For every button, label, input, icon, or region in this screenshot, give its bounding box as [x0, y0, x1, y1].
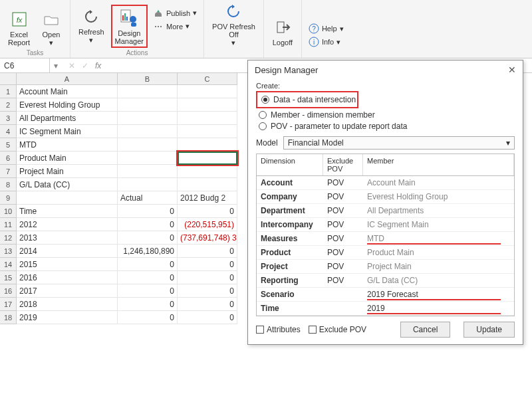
cell[interactable]: (737,691,748) 3 — [178, 231, 237, 245]
cell[interactable]: G/L Data (CC) — [17, 178, 118, 191]
dimension-row[interactable]: Scenario2019 Forecast — [257, 288, 514, 302]
cell[interactable] — [118, 178, 178, 191]
refresh-button[interactable]: Refresh▾ — [74, 5, 108, 45]
cell[interactable]: 2013 — [17, 231, 118, 245]
cell[interactable]: 2012 Budg 2 — [178, 191, 237, 205]
cell[interactable]: 0 — [118, 284, 178, 298]
cell[interactable] — [118, 125, 178, 138]
row-header[interactable]: 14 — [0, 258, 17, 271]
dimension-row[interactable]: Time2019 — [257, 302, 514, 316]
row-header[interactable]: 1 — [0, 85, 17, 98]
pov-refresh-button[interactable]: POV Refresh Off▾ — [208, 0, 259, 48]
cell[interactable] — [118, 152, 178, 165]
fx-icon[interactable]: fx — [95, 61, 101, 70]
row-header[interactable]: 5 — [0, 138, 17, 152]
logoff-button[interactable]: Logoff — [268, 15, 297, 48]
cell[interactable]: Everest Holding Group — [17, 98, 118, 112]
open-button[interactable]: Open▾ — [37, 7, 66, 48]
row-header[interactable]: 11 — [0, 218, 17, 231]
dimension-row[interactable]: DepartmentPOVAll Departments — [257, 204, 514, 218]
attributes-checkbox[interactable]: Attributes — [256, 325, 301, 334]
row-header[interactable]: 12 — [0, 231, 17, 245]
cell[interactable]: Account Main — [17, 85, 118, 98]
row-header[interactable]: 9 — [0, 191, 17, 205]
cell[interactable]: 0 — [118, 258, 178, 271]
info-button[interactable]: i Info ▾ — [306, 36, 346, 48]
col-header-B[interactable]: B — [118, 73, 178, 85]
cell[interactable] — [178, 85, 237, 98]
cell[interactable]: 2019 — [17, 311, 118, 324]
name-box[interactable]: C6 — [0, 58, 50, 72]
cell[interactable]: 2018 — [17, 298, 118, 311]
cell[interactable]: 2012 — [17, 218, 118, 231]
cell[interactable]: 0 — [178, 311, 237, 324]
cell[interactable]: 0 — [178, 284, 237, 298]
row-header[interactable]: 10 — [0, 205, 17, 218]
row-header[interactable]: 18 — [0, 311, 17, 324]
radio-data[interactable]: Data - data intersection — [261, 95, 356, 104]
row-header[interactable]: 3 — [0, 112, 17, 125]
cell[interactable]: 0 — [178, 245, 237, 258]
design-manager-button[interactable]: Design Manager — [111, 5, 148, 48]
row-header[interactable]: 6 — [0, 152, 17, 165]
radio-member[interactable]: Member - dimension member — [259, 110, 515, 120]
row-header[interactable]: 15 — [0, 271, 17, 284]
cell[interactable]: 2017 — [17, 284, 118, 298]
cell[interactable]: 0 — [178, 205, 237, 218]
help-button[interactable]: ? Help ▾ — [306, 23, 346, 35]
cell[interactable] — [118, 165, 178, 178]
cell[interactable] — [178, 138, 237, 152]
dimension-row[interactable]: ProductPOVProduct Main — [257, 246, 514, 260]
cancel-button[interactable]: Cancel — [400, 322, 450, 338]
cell[interactable] — [178, 165, 237, 178]
cell[interactable]: 0 — [118, 271, 178, 284]
col-header-A[interactable]: A — [17, 73, 118, 85]
cell[interactable]: Time — [17, 205, 118, 218]
cell[interactable] — [178, 125, 237, 138]
row-header[interactable]: 2 — [0, 98, 17, 112]
cell[interactable]: Actual — [118, 191, 178, 205]
row-header[interactable]: 13 — [0, 245, 17, 258]
cell[interactable]: IC Segment Main — [17, 125, 118, 138]
dimension-row[interactable]: ProjectPOVProject Main — [257, 260, 514, 274]
dimension-row[interactable]: AccountPOVAccount Main — [257, 176, 514, 190]
row-header[interactable]: 17 — [0, 298, 17, 311]
model-select[interactable]: Financial Model ▾ — [283, 136, 515, 150]
row-header[interactable]: 16 — [0, 284, 17, 298]
radio-pov[interactable]: POV - parameter to update report data — [259, 122, 515, 131]
cell[interactable]: 0 — [178, 298, 237, 311]
row-header[interactable]: 7 — [0, 165, 17, 178]
cell[interactable] — [178, 112, 237, 125]
cell[interactable]: Project Main — [17, 165, 118, 178]
cell[interactable]: 0 — [118, 205, 178, 218]
cell[interactable]: 0 — [118, 218, 178, 231]
confirm-edit-icon[interactable]: ✓ — [82, 61, 88, 70]
excel-report-button[interactable]: fx Excel Report — [4, 7, 34, 48]
cell[interactable]: 2016 — [17, 271, 118, 284]
cell[interactable]: 2014 — [17, 245, 118, 258]
name-box-dropdown[interactable]: ▾ — [50, 61, 62, 70]
cell[interactable] — [17, 191, 118, 205]
dimension-row[interactable]: MeasuresPOVMTD — [257, 232, 514, 246]
cell[interactable]: All Departments — [17, 112, 118, 125]
cell[interactable] — [118, 98, 178, 112]
col-header-C[interactable]: C — [178, 73, 237, 85]
cell[interactable] — [118, 138, 178, 152]
update-button[interactable]: Update — [464, 322, 515, 338]
dialog-close-button[interactable]: ✕ — [508, 64, 516, 75]
publish-button[interactable]: Publish ▾ — [150, 7, 200, 19]
select-all-corner[interactable] — [0, 73, 17, 85]
cancel-edit-icon[interactable]: ✕ — [68, 61, 75, 70]
cell[interactable]: MTD — [17, 138, 118, 152]
dimension-row[interactable]: CompanyPOVEverest Holding Group — [257, 190, 514, 204]
cell[interactable]: 0 — [118, 231, 178, 245]
cell[interactable]: 0 — [178, 271, 237, 284]
cell[interactable]: (220,515,951) — [178, 218, 237, 231]
more-button[interactable]: ⋯ More ▾ — [150, 21, 200, 33]
cell[interactable] — [118, 112, 178, 125]
dimension-row[interactable]: ReportingPOVG/L Data (CC) — [257, 274, 514, 288]
cell[interactable] — [118, 85, 178, 98]
cell[interactable] — [178, 178, 237, 191]
cell[interactable] — [178, 98, 237, 112]
cell[interactable]: 0 — [118, 298, 178, 311]
